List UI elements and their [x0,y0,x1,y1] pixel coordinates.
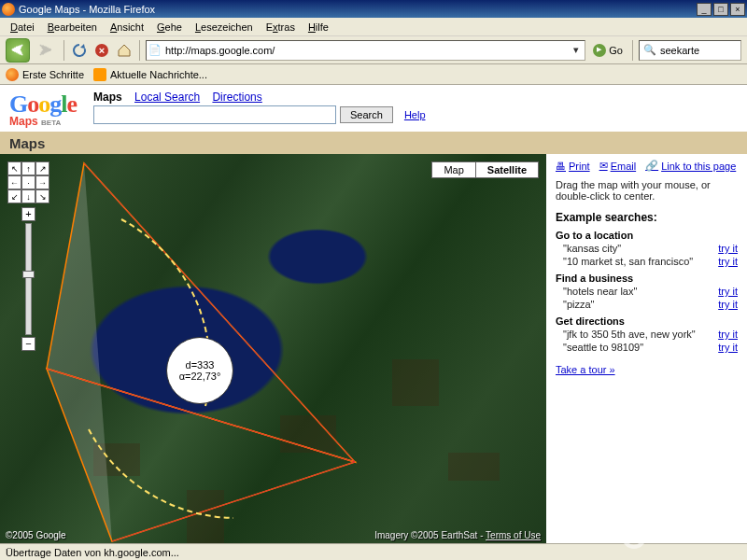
bookmarks-toolbar: Erste Schritte Aktuelle Nachrichte... [0,64,747,85]
go-button[interactable]: Go [589,44,627,57]
map-copyright: ©2005 Google [6,530,66,540]
menu-hilfe[interactable]: Hilfe [302,20,335,35]
pan-se[interactable]: ↘ [35,189,49,203]
zoom-out-button[interactable]: − [21,337,35,351]
try-it-link[interactable]: try it [718,299,738,310]
goto-heading: Go to a location [556,230,738,241]
example-row: "pizza"try it [563,299,738,310]
maximize-button[interactable]: □ [713,3,728,16]
firefox-icon [2,3,15,16]
example-row: "10 market st, san francisco"try it [563,256,738,267]
pan-center[interactable]: · [21,175,35,189]
url-bar[interactable]: 📄 ▾ [146,40,585,61]
view-mode-toggle: Map Satellite [431,161,539,178]
maps-search-button[interactable]: Search [340,106,393,123]
maps-search-input[interactable] [93,105,336,124]
example-row: "hotels near lax"try it [563,286,738,297]
try-it-link[interactable]: try it [718,256,738,267]
try-it-link[interactable]: try it [718,329,738,340]
page-content: Google Maps BETA Maps Local Search Direc… [0,85,747,543]
url-input[interactable] [162,45,570,56]
sidebar: 🖶Print ✉Email 🔗Link to this page Drag th… [546,154,747,543]
satellite-imagery [0,154,546,543]
example-row: "seattle to 98109"try it [563,342,738,353]
distance-value: d=333 [186,359,215,371]
email-link[interactable]: ✉Email [599,160,637,172]
permalink-link[interactable]: 🔗Link to this page [645,160,736,172]
pan-zoom-control: ↖ ↑ ↗ ← · → ↙ ↓ ↘ + − [7,161,49,351]
window-titlebar: Google Maps - Mozilla Firefox _ □ × [0,0,747,18]
pan-s[interactable]: ↓ [21,189,35,203]
nav-directions[interactable]: Directions [212,91,261,104]
go-icon [593,44,606,57]
pan-ne[interactable]: ↗ [35,161,49,175]
pan-nw[interactable]: ↖ [7,161,21,175]
example-row: "kansas city"try it [563,243,738,254]
back-button[interactable]: ⮜ [6,38,30,63]
try-it-link[interactable]: try it [718,342,738,353]
pan-w[interactable]: ← [7,175,21,189]
try-it-link[interactable]: try it [718,286,738,297]
menu-datei[interactable]: Datei [4,20,41,35]
zoom-in-button[interactable]: + [21,207,35,221]
menu-extras[interactable]: Extras [260,20,302,35]
directions-heading: Get directions [556,315,738,327]
print-icon: 🖶 [556,161,566,172]
minimize-button[interactable]: _ [697,3,712,16]
satellite-view-button[interactable]: Satellite [476,162,538,177]
url-dropdown[interactable]: ▾ [570,44,583,56]
zoom-slider[interactable] [25,223,32,335]
page-favicon: 📄 [148,44,162,56]
terms-link[interactable]: Terms of Use [486,530,541,540]
menu-bearbeiten[interactable]: Bearbeiten [41,20,104,35]
take-tour-link[interactable]: Take a tour » [556,364,615,375]
browser-search-box[interactable]: 🔍 seekarte [639,40,741,61]
bookmark-aktuelle-nachrichten[interactable]: Aktuelle Nachrichte... [93,68,207,81]
print-link[interactable]: 🖶Print [556,160,590,172]
status-bar: Übertrage Daten von kh.google.com... [0,543,747,560]
examples-heading: Example searches: [556,211,738,224]
menubar: Datei Bearbeiten Ansicht Gehe Lesezeiche… [0,18,747,36]
imagery-attribution: Imagery ©2005 EarthSat - Terms of Use [374,530,541,540]
menu-gehe[interactable]: Gehe [150,20,189,35]
measurement-readout: d=333 α=22,73° [166,337,233,404]
bookmark-erste-schritte[interactable]: Erste Schritte [6,68,84,81]
map-canvas[interactable]: d=333 α=22,73° ↖ ↑ ↗ ← · → ↙ ↓ ↘ + [0,154,546,543]
business-heading: Find a business [556,273,738,284]
window-title: Google Maps - Mozilla Firefox [19,4,697,15]
google-logo: Google Maps BETA [9,91,77,128]
zoom-thumb[interactable] [22,271,35,278]
close-button[interactable]: × [730,3,745,16]
email-icon: ✉ [599,160,608,172]
link-icon: 🔗 [645,160,658,172]
pan-e[interactable]: → [35,175,49,189]
angle-value: α=22,73° [179,371,221,382]
try-it-link[interactable]: try it [718,243,738,254]
menu-ansicht[interactable]: Ansicht [104,20,150,35]
home-button[interactable] [115,41,134,60]
stop-button[interactable]: × [92,41,111,60]
forward-button: ⮞ [34,38,58,63]
help-link[interactable]: Help [404,109,426,120]
rss-icon [93,68,106,81]
nav-local-search[interactable]: Local Search [134,91,200,104]
reload-button[interactable] [70,41,89,60]
status-text: Übertrage Daten von kh.google.com... [6,547,179,558]
example-row: "jfk to 350 5th ave, new york"try it [563,329,738,340]
menu-lesezeichen[interactable]: Lesezeichen [189,20,260,35]
pan-n[interactable]: ↑ [21,161,35,175]
nav-toolbar: ⮜ ⮞ × 📄 ▾ Go 🔍 seekarte [0,36,747,64]
search-engine-icon: 🔍 [643,44,656,56]
firefox-icon [6,68,19,81]
sidebar-hint: Drag the map with your mouse, or double-… [556,179,738,202]
nav-maps[interactable]: Maps [93,91,122,104]
pan-sw[interactable]: ↙ [7,189,21,203]
svg-text:×: × [99,45,105,56]
maps-title-bar: Maps [0,132,747,154]
map-view-button[interactable]: Map [432,162,475,177]
